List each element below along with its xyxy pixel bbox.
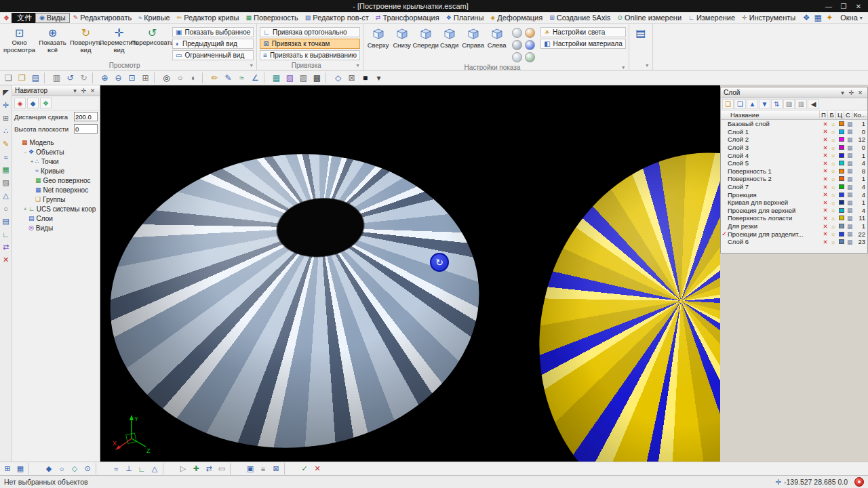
layer-color-chip[interactable] (837, 176, 846, 181)
layer-color-chip[interactable] (837, 239, 846, 244)
color-swatch-icon[interactable]: ■ (359, 72, 372, 84)
layers-tool-icon[interactable]: ▤ (1, 216, 12, 226)
snap-align-option[interactable]: ≡ Привязать к выравниванию (260, 50, 360, 60)
iso-view-6-button[interactable] (525, 52, 535, 62)
layer-light-icon[interactable]: ☼ (829, 128, 837, 135)
column-lock[interactable]: Б (828, 111, 836, 119)
layer-row[interactable]: Базовый слой ✕ ☼ ▦ 1 (721, 120, 867, 128)
iso-view-5-button[interactable] (512, 52, 522, 62)
new-layer-icon[interactable]: ❏ (722, 99, 734, 109)
layer-row[interactable]: Слой 6 ✕ ☼ ▦ 23 (721, 238, 867, 246)
tree-item[interactable]: + ∟ UCS системы коор (12, 204, 100, 214)
tree-item[interactable]: - ❖ Объекты (12, 147, 100, 157)
snap-angle-icon[interactable]: ∟ (136, 463, 148, 474)
surface-tool-icon[interactable]: ▦ (1, 165, 12, 175)
viewport-3d[interactable]: ↻ Y X Z (100, 85, 720, 462)
rotate-view-button[interactable]: ↻ Повернуть вид (69, 25, 102, 61)
redo-icon[interactable]: ↻ (77, 72, 90, 84)
layer-row[interactable]: Слой 4 ✕ ☼ ▦ 1 (721, 151, 867, 159)
layer-style-icon[interactable]: ▦ (846, 121, 854, 127)
layer-style-icon[interactable]: ▦ (846, 176, 854, 182)
layer-visibility-icon[interactable]: ✕ (821, 136, 829, 143)
ortho-toggle-icon[interactable]: ≡ (257, 463, 269, 474)
move-layer-up-icon[interactable]: ▲ (747, 99, 758, 109)
close-icon[interactable]: ✕ (88, 87, 97, 94)
menu-item[interactable]: ▧ Редактор пов-ст (302, 13, 372, 23)
tree-item[interactable]: ▤ Слои (12, 214, 100, 223)
layer-row[interactable]: Слой 3 ✕ ☼ ▦ 0 (721, 144, 867, 152)
draw-line-icon[interactable]: ✎ (222, 72, 235, 84)
panel-menu-icon[interactable]: ▾ (71, 87, 79, 94)
view-left-button[interactable]: Слева (485, 25, 509, 64)
shade-mode-icon[interactable]: ◐ (187, 72, 200, 84)
pin-icon[interactable]: ✛ (79, 87, 88, 94)
shift-distance-field[interactable] (74, 112, 98, 121)
layer-light-icon[interactable]: ☼ (829, 176, 837, 182)
layer-row[interactable]: Слой 1 ✕ ☼ ▦ 0 (721, 128, 867, 136)
layer-color-chip[interactable] (837, 137, 846, 142)
minimize-button[interactable]: — (821, 3, 836, 10)
tree-expander[interactable]: + (28, 159, 35, 165)
group-dialog-launcher[interactable]: ▾ (620, 64, 627, 70)
layer-visibility-icon[interactable]: ✕ (821, 176, 829, 182)
layer-visibility-icon[interactable]: ✕ (821, 121, 829, 127)
panel-menu-icon[interactable]: ▾ (838, 89, 847, 96)
layer-visibility-icon[interactable]: ✕ (821, 207, 829, 214)
snap-curve-icon[interactable]: ≈ (110, 463, 122, 474)
snap-vertex-icon[interactable]: △ (149, 463, 161, 474)
layer-color-chip[interactable] (837, 145, 846, 150)
layer-color-chip[interactable] (837, 184, 846, 189)
plane-height-field[interactable] (74, 124, 98, 134)
layer-row[interactable]: Проекция ✕ ☼ ▦ 4 (721, 190, 867, 199)
transform-tool-icon[interactable]: ⇄ (1, 242, 12, 252)
zoom-out-icon[interactable]: ⊖ (112, 72, 125, 84)
previous-view-option[interactable]: ◐ Предыдущий вид (172, 39, 254, 49)
layer-visibility-icon[interactable]: ✕ (821, 191, 829, 198)
layer-visibility-icon[interactable]: ✕ (821, 128, 829, 135)
tree-item[interactable]: ▦ Geo поверхнос (12, 176, 100, 185)
iso-view-4-button[interactable] (525, 40, 535, 50)
new-file-icon[interactable]: ❏ (2, 72, 15, 84)
layer-color-chip[interactable] (837, 224, 846, 228)
layer-color-chip[interactable] (837, 232, 846, 237)
layer-color-chip[interactable] (837, 161, 846, 165)
layer-light-icon[interactable]: ☼ (829, 184, 837, 190)
print-icon[interactable]: ▥ (50, 72, 63, 84)
iso-view-3-button[interactable] (512, 40, 522, 50)
layer-light-icon[interactable]: ☼ (829, 207, 837, 214)
redraw-button[interactable]: ↺ Перерисовать (136, 25, 169, 61)
close-icon[interactable]: ✕ (856, 89, 865, 96)
column-color[interactable]: Ц (836, 111, 844, 119)
menu-item[interactable]: 文件 (12, 13, 35, 23)
axis-tool-icon[interactable]: ∟ (1, 229, 12, 239)
view-window-button[interactable]: ⊡ Окно просмотра (3, 25, 36, 61)
view-top-button[interactable]: Сверху (366, 25, 390, 64)
iso-view-1-button[interactable] (512, 28, 522, 38)
layer-light-icon[interactable]: ☼ (829, 191, 837, 198)
mode-add-icon[interactable]: ✚ (190, 463, 202, 474)
undo-icon[interactable]: ↺ (64, 72, 77, 84)
sphere-tool-icon[interactable]: ○ (1, 203, 12, 214)
sort-layers-icon[interactable]: ⇅ (771, 99, 783, 109)
confirm-icon[interactable]: ✓ (298, 463, 311, 474)
layer-visibility-icon[interactable]: ✕ (821, 223, 829, 230)
layer-style-icon[interactable]: ▦ (846, 144, 854, 151)
menu-item[interactable]: ⊙ Online измерени (614, 13, 685, 23)
limited-view-option[interactable]: ▭ Ограниченный вид (172, 50, 254, 60)
tree-item[interactable]: ▦ Net поверхнос (12, 185, 100, 195)
pin-icon[interactable]: ✛ (847, 89, 856, 96)
prism-tool-icon[interactable]: △ (1, 190, 12, 201)
layer-style-icon[interactable]: ▦ (846, 239, 854, 245)
layer-light-icon[interactable]: ☼ (829, 239, 837, 245)
mode-box-icon[interactable]: ▭ (216, 463, 228, 474)
layer-style-icon[interactable]: ▦ (846, 136, 854, 143)
layer-color-chip[interactable] (837, 169, 846, 174)
navigator-panel-header[interactable]: Навигатор ▾ ✛ ✕ (12, 85, 100, 96)
layer-style-icon[interactable]: ▦ (846, 215, 854, 222)
view-bottom-button[interactable]: Снизу (390, 25, 414, 64)
layer-color-chip[interactable] (837, 129, 846, 134)
layer-visibility-icon[interactable]: ✕ (821, 167, 829, 174)
snap-endpoint-icon[interactable]: ◆ (43, 463, 55, 474)
select-tool-icon[interactable]: ◤ (1, 87, 12, 98)
layer-light-icon[interactable]: ☼ (829, 215, 837, 222)
